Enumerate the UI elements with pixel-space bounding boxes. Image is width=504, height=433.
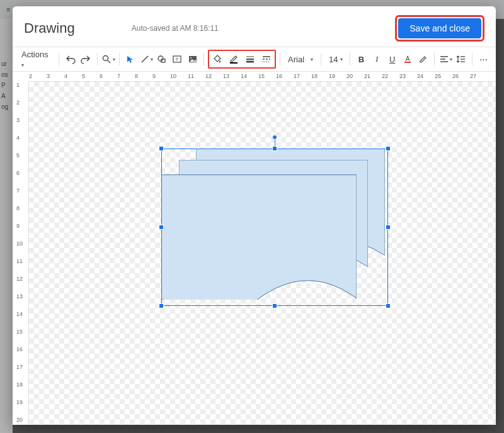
textbox-tool[interactable]: T [170, 52, 185, 67]
undo-button[interactable] [63, 52, 77, 67]
text-color-button[interactable]: A [401, 52, 415, 67]
zoom-button[interactable]: ▾ [101, 52, 116, 67]
border-weight-button[interactable] [243, 52, 258, 67]
vertical-ruler: 1234567891011121314151617181920 [13, 82, 29, 425]
handle-sw[interactable] [159, 303, 164, 308]
fill-color-button[interactable] [210, 52, 225, 67]
autosave-status: Auto-saved at AM 8:16:11 [132, 24, 219, 33]
drawing-dialog: Drawing Auto-saved at AM 8:16:11 Save an… [13, 6, 496, 425]
rotation-handle[interactable] [272, 135, 277, 140]
svg-point-3 [158, 56, 163, 61]
svg-line-1 [108, 60, 110, 63]
handle-w[interactable] [159, 225, 164, 230]
select-tool[interactable] [123, 52, 138, 67]
handle-se[interactable] [386, 303, 391, 308]
svg-point-8 [190, 57, 192, 59]
svg-text:A: A [406, 55, 410, 62]
underline-button[interactable]: U [385, 52, 399, 67]
line-spacing-button[interactable] [454, 52, 469, 67]
border-color-button[interactable] [226, 52, 241, 67]
handle-nw[interactable] [159, 146, 164, 151]
highlight-button[interactable] [416, 52, 431, 67]
align-button[interactable]: ▾ [438, 52, 453, 67]
actions-menu[interactable]: Actions ▾ [18, 50, 55, 69]
svg-line-2 [142, 56, 148, 62]
horizontal-ruler: 2345678910111213141516171819202122232425… [29, 72, 496, 82]
style-tools-highlight [208, 50, 276, 69]
line-tool[interactable]: ▾ [139, 52, 154, 67]
background-sidebar: urosPAog [0, 19, 13, 433]
svg-point-0 [103, 56, 108, 61]
svg-text:T: T [176, 57, 179, 62]
more-button[interactable]: ⋯ [476, 52, 491, 67]
handle-e[interactable] [386, 225, 391, 230]
shape-tool[interactable] [154, 52, 169, 67]
dialog-header: Drawing Auto-saved at AM 8:16:11 Save an… [13, 6, 496, 47]
bold-button[interactable]: B [354, 52, 369, 67]
canvas-area: 2345678910111213141516171819202122232425… [13, 72, 496, 425]
save-button-highlight: Save and close [395, 15, 484, 42]
drawing-canvas[interactable] [29, 82, 496, 425]
font-family-select[interactable]: Arial▾ [284, 55, 317, 64]
handle-s[interactable] [272, 303, 277, 308]
dialog-title: Drawing [24, 20, 75, 37]
selected-shape-group[interactable] [161, 149, 388, 306]
font-size-select[interactable]: 14▾ [325, 55, 346, 64]
image-tool[interactable] [186, 52, 200, 67]
drawing-toolbar: Actions ▾ ▾ ▾ T Arial▾ 14▾ B I U A ▾ [13, 47, 496, 72]
handle-ne[interactable] [386, 146, 391, 151]
border-dash-button[interactable] [259, 52, 274, 67]
redo-button[interactable] [79, 52, 93, 67]
handle-n[interactable] [272, 146, 277, 151]
save-and-close-button[interactable]: Save and close [398, 18, 481, 38]
svg-rect-17 [404, 62, 411, 63]
italic-button[interactable]: I [370, 52, 384, 67]
shape-front[interactable] [161, 174, 357, 300]
svg-rect-9 [230, 62, 238, 64]
